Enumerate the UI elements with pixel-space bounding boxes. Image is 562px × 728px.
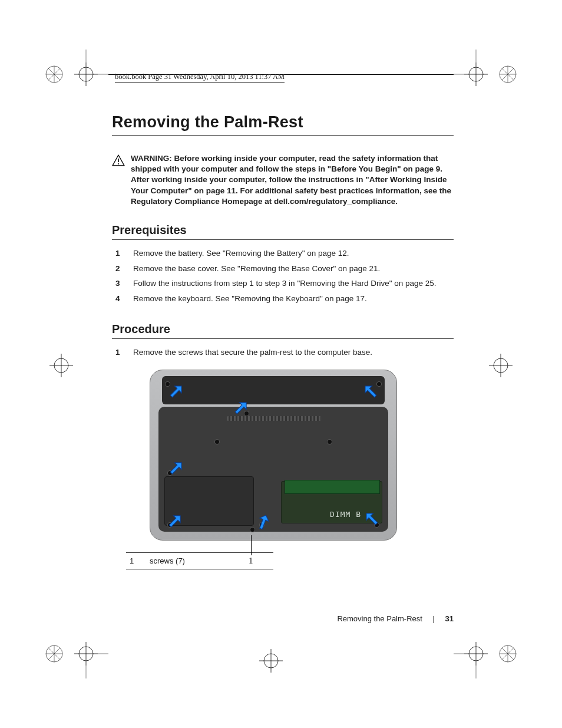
screw-dot bbox=[250, 528, 254, 532]
footer-page-number: 31 bbox=[445, 614, 454, 623]
svg-point-5 bbox=[79, 67, 93, 81]
page: book.book Page 31 Wednesday, April 10, 2… bbox=[0, 0, 562, 728]
crop-mark-mid-left bbox=[44, 348, 79, 383]
list-item: Remove the screws that secure the palm-r… bbox=[128, 346, 454, 359]
content-area: Removing the Palm-Rest WARNING: Before w… bbox=[112, 113, 454, 569]
list-item: Remove the keyboard. See "Removing the K… bbox=[128, 292, 454, 305]
battery-bay bbox=[162, 376, 385, 404]
legend-num: 1 bbox=[126, 556, 150, 565]
svg-line-3 bbox=[48, 68, 60, 80]
warning-block: WARNING: Before working inside your comp… bbox=[112, 153, 454, 207]
warning-body: Before working inside your computer, rea… bbox=[131, 154, 451, 206]
warning-icon bbox=[112, 153, 125, 207]
crop-mark-top-right bbox=[454, 50, 518, 97]
laptop-base-illustration: DIMM B bbox=[150, 370, 397, 541]
svg-line-42 bbox=[502, 648, 514, 660]
svg-point-36 bbox=[264, 654, 278, 668]
screw-dot bbox=[215, 440, 219, 444]
warning-text: WARNING: Before working inside your comp… bbox=[131, 153, 454, 207]
legend-text: screws (7) bbox=[150, 556, 185, 565]
svg-line-43 bbox=[502, 648, 514, 660]
screw-dot bbox=[328, 440, 332, 444]
prerequisites-heading: Prerequisites bbox=[112, 223, 454, 240]
svg-point-20 bbox=[54, 358, 68, 373]
procedure-list: Remove the screws that secure the palm-r… bbox=[112, 346, 454, 359]
page-title: Removing the Palm-Rest bbox=[112, 113, 454, 136]
callout-number: 1 bbox=[249, 556, 253, 566]
svg-line-14 bbox=[502, 68, 514, 80]
footer-separator: | bbox=[433, 614, 435, 623]
svg-marker-54 bbox=[362, 383, 379, 400]
crop-mark-mid-right bbox=[483, 348, 518, 383]
svg-marker-57 bbox=[256, 513, 270, 531]
svg-line-13 bbox=[502, 68, 514, 80]
screw-dot bbox=[377, 382, 381, 386]
svg-marker-58 bbox=[363, 510, 380, 527]
crop-mark-top-left bbox=[44, 50, 108, 97]
svg-point-51 bbox=[118, 163, 119, 164]
crop-mark-bottom-left bbox=[44, 631, 108, 678]
figure: DIMM B bbox=[150, 370, 397, 541]
footer-section: Removing the Palm-Rest bbox=[337, 614, 422, 623]
svg-point-23 bbox=[494, 358, 508, 373]
warning-label: WARNING: bbox=[131, 154, 174, 163]
dimm-label: DIMM B bbox=[330, 510, 361, 519]
svg-point-15 bbox=[469, 67, 483, 81]
svg-point-0 bbox=[46, 66, 62, 83]
list-item: Remove the battery. See "Removing the Ba… bbox=[128, 247, 454, 260]
procedure-heading: Procedure bbox=[112, 322, 454, 339]
callout-line bbox=[251, 535, 252, 555]
crop-mark-bottom-center bbox=[253, 643, 289, 678]
svg-point-26 bbox=[46, 645, 62, 662]
svg-line-4 bbox=[48, 68, 60, 80]
svg-line-30 bbox=[48, 648, 60, 660]
print-header: book.book Page 31 Wednesday, April 10, 2… bbox=[115, 73, 285, 83]
svg-point-10 bbox=[500, 66, 516, 83]
page-footer: Removing the Palm-Rest | 31 bbox=[112, 614, 454, 623]
list-item: Remove the base cover. See "Removing the… bbox=[128, 262, 454, 275]
svg-point-31 bbox=[79, 647, 93, 661]
screw-dot bbox=[166, 382, 170, 386]
prerequisites-list: Remove the battery. See "Removing the Ba… bbox=[112, 247, 454, 305]
list-item: Follow the instructions from step 1 to s… bbox=[128, 277, 454, 290]
svg-line-29 bbox=[48, 648, 60, 660]
svg-point-39 bbox=[500, 645, 516, 662]
crop-mark-bottom-right bbox=[454, 631, 518, 678]
ram-stick bbox=[285, 480, 380, 494]
svg-point-44 bbox=[469, 647, 483, 661]
